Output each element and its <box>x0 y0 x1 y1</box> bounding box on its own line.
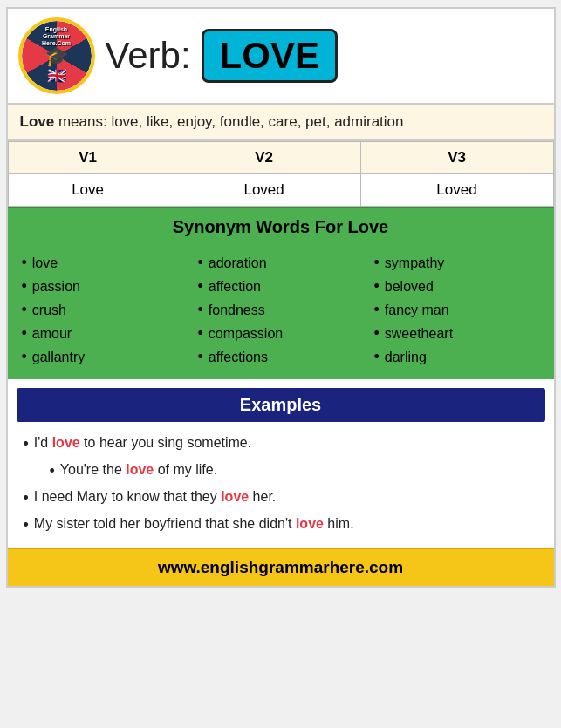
list-item: gallantry <box>22 345 188 369</box>
meaning-section: Love means: love, like, enjoy, fondle, c… <box>8 103 554 141</box>
list-item: compassion <box>198 322 364 345</box>
list-item: sympathy <box>374 251 540 275</box>
list-item: fondness <box>198 298 364 322</box>
list-item: passion <box>22 275 188 298</box>
meaning-text: means: love, like, enjoy, fondle, care, … <box>54 113 403 130</box>
highlight-love-4: love <box>296 516 324 531</box>
example-text-4: My sister told her boyfriend that she di… <box>34 516 354 532</box>
synonym-body: love passion crush amour gallantry adora… <box>8 246 554 379</box>
logo-text: EnglishGrammarHere.Com <box>42 26 71 46</box>
example-item-3: I need Mary to know that they love her. <box>24 485 538 512</box>
example-text-1: I'd love to hear you sing sometime. <box>34 435 251 451</box>
table-header-v2: V2 <box>168 142 360 174</box>
verb-forms-table: V1 V2 V3 Love Loved Loved <box>8 141 554 207</box>
header-section: EnglishGrammarHere.Com 🎓 🇬🇧 Verb: LOVE <box>8 9 554 103</box>
logo-flag-icon: 🇬🇧 <box>47 66 66 85</box>
list-item: beloved <box>374 275 540 298</box>
table-header-v1: V1 <box>8 142 168 174</box>
highlight-love-1: love <box>52 435 80 450</box>
examples-body: I'd love to hear you sing sometime. You'… <box>8 427 554 548</box>
synonym-title-plain: Synonym Words For <box>173 217 348 236</box>
synonym-col-2: adoration affection fondness compassion … <box>193 251 369 369</box>
synonym-title-bold: Love <box>348 217 389 236</box>
table-cell-v2: Loved <box>168 174 360 207</box>
list-item: love <box>22 251 188 275</box>
logo: EnglishGrammarHere.Com 🎓 🇬🇧 <box>18 17 95 94</box>
list-item: affections <box>198 345 364 369</box>
example-text-3: I need Mary to know that they love her. <box>34 489 277 505</box>
meaning-bold: Love <box>20 113 55 130</box>
table-cell-v1: Love <box>8 174 168 207</box>
list-item: sweetheart <box>374 322 540 345</box>
example-item-4: My sister told her boyfriend that she di… <box>24 512 538 539</box>
example-item-1: I'd love to hear you sing sometime. <box>24 431 538 458</box>
logo-cap-icon: 🎓 <box>44 47 68 66</box>
synonym-col-1: love passion crush amour gallantry <box>17 251 193 369</box>
list-item: amour <box>22 322 188 345</box>
examples-header: Examples <box>17 388 545 422</box>
list-item: darling <box>374 345 540 369</box>
highlight-love-3: love <box>221 489 249 504</box>
synonym-col-3: sympathy beloved fancy man sweetheart da… <box>369 251 545 369</box>
table-cell-v3: Loved <box>360 174 553 207</box>
verb-label: Verb: <box>106 35 191 77</box>
table-header-v3: V3 <box>360 142 553 174</box>
footer: www.englishgrammarhere.com <box>8 548 554 586</box>
list-item: affection <box>198 275 364 298</box>
synonym-header: Synonym Words For Love <box>8 207 554 246</box>
example-text-2: You're the love of my life. <box>60 462 217 478</box>
highlight-love-2: love <box>126 462 154 477</box>
list-item: fancy man <box>374 298 540 322</box>
list-item: crush <box>22 298 188 322</box>
list-item: adoration <box>198 251 364 275</box>
word-badge: LOVE <box>202 29 338 83</box>
example-item-2: You're the love of my life. <box>24 458 538 485</box>
